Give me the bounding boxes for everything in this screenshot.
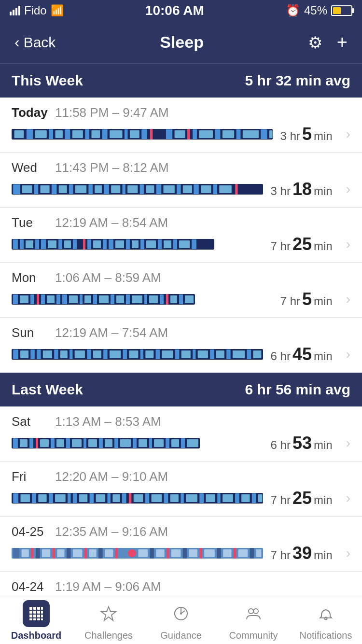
svg-rect-254: [33, 615, 36, 617]
svg-rect-12: [125, 129, 128, 139]
nav-label-dashboard: Dashboard: [11, 630, 61, 641]
svg-rect-42: [140, 184, 144, 194]
sleep-entry-wed[interactable]: Wed 11:43 PM – 8:12 AM: [0, 153, 362, 208]
status-bar: Fido 📶 10:06 AM ⏰ 45%: [0, 0, 362, 21]
svg-rect-147: [105, 439, 112, 447]
sleep-entry-today[interactable]: Today 11:58 PM – 9:47 AM: [0, 98, 362, 153]
svg-rect-91: [93, 294, 97, 304]
svg-rect-86: [56, 294, 60, 304]
svg-rect-78: [198, 240, 213, 248]
svg-rect-138: [36, 438, 38, 448]
svg-rect-96: [132, 295, 142, 303]
sleep-entry-sat[interactable]: Sat 1:13 AM – 8:53 AM: [0, 406, 362, 462]
nav-item-guidance[interactable]: Guidance: [145, 597, 217, 644]
entry-top-sun: Sun 12:19 AM – 7:54 AM: [12, 325, 350, 340]
svg-rect-193: [36, 548, 40, 559]
svg-rect-213: [204, 549, 215, 557]
challenges-icon-wrap: [95, 600, 122, 627]
svg-rect-57: [35, 239, 39, 249]
svg-rect-112: [70, 350, 72, 359]
duration-sun: 6 hr 45 min: [271, 344, 333, 364]
svg-rect-62: [73, 239, 77, 249]
svg-rect-137: [29, 438, 33, 448]
svg-rect-199: [84, 548, 87, 559]
svg-rect-55: [20, 239, 24, 249]
svg-rect-19: [193, 129, 197, 139]
svg-rect-17: [175, 130, 185, 138]
svg-rect-117: [110, 350, 121, 358]
duration-sat: 6 hr 53 min: [271, 433, 333, 453]
add-icon[interactable]: +: [337, 32, 348, 53]
svg-rect-182: [206, 494, 215, 502]
sleep-entry-mon[interactable]: Mon 1:06 AM – 8:59 AM: [0, 263, 362, 318]
nav-item-challenges[interactable]: Challenges: [72, 597, 145, 644]
day-tue: Tue: [12, 215, 55, 230]
svg-rect-93: [111, 294, 114, 304]
last-week-avg: 6 hr 56 min avg: [245, 381, 350, 398]
sleep-entry-fri[interactable]: Fri 12:20 AM – 9:10 AM: [0, 462, 362, 517]
svg-rect-200: [89, 549, 97, 557]
svg-rect-164: [55, 494, 66, 502]
svg-rect-201: [98, 548, 103, 559]
battery-icon: [331, 5, 352, 16]
svg-rect-101: [170, 295, 177, 303]
nav-item-community[interactable]: Community: [217, 597, 290, 644]
settings-icon[interactable]: ⚙: [308, 33, 322, 52]
svg-rect-77: [192, 239, 196, 249]
time-sun: 12:19 AM – 7:54 AM: [55, 325, 350, 340]
back-button[interactable]: ‹ Back: [14, 33, 56, 51]
svg-rect-70: [132, 240, 139, 248]
svg-rect-58: [41, 239, 46, 249]
svg-rect-131: [233, 350, 245, 358]
nav-item-dashboard[interactable]: Dashboard: [0, 597, 72, 644]
last-week-header: Last Week 6 hr 56 min avg: [0, 373, 362, 406]
svg-rect-171: [112, 494, 120, 502]
svg-rect-23: [237, 129, 241, 139]
svg-rect-125: [181, 350, 191, 358]
svg-rect-260: [41, 618, 43, 620]
svg-rect-170: [107, 493, 111, 503]
svg-rect-31: [40, 185, 49, 193]
sleep-entry-tue[interactable]: Tue 12:19 AM – 8:54 AM: [0, 208, 362, 263]
status-time: 10:06 AM: [145, 3, 204, 18]
entry-top-0425: 04-25 12:35 AM – 9:16 AM: [12, 524, 350, 539]
svg-rect-34: [69, 184, 73, 194]
entry-top-fri: Fri 12:20 AM – 9:10 AM: [12, 469, 350, 484]
svg-rect-108: [37, 350, 41, 359]
svg-rect-114: [87, 350, 91, 359]
svg-rect-140: [51, 438, 55, 448]
svg-rect-184: [223, 494, 233, 502]
duration-today: 3 hr 5 min: [280, 124, 333, 144]
day-0425: 04-25: [12, 524, 55, 539]
chevron-right-fri: ›: [346, 490, 350, 506]
signal-icon: [10, 6, 20, 15]
status-right: ⏰ 45%: [286, 4, 352, 17]
svg-rect-36: [88, 184, 92, 194]
svg-rect-80: [13, 294, 18, 304]
svg-rect-116: [103, 350, 107, 359]
sleep-entry-0425[interactable]: 04-25 12:35 AM – 9:16 AM: [0, 517, 362, 572]
nav-item-notifications[interactable]: Notifications: [290, 597, 362, 644]
entry-top-sat: Sat 1:13 AM – 8:53 AM: [12, 414, 350, 429]
svg-rect-251: [37, 611, 40, 614]
chevron-right-0425: ›: [346, 546, 350, 561]
svg-rect-110: [54, 350, 58, 359]
svg-rect-178: [170, 494, 179, 502]
dashboard-icon: [28, 605, 45, 622]
svg-rect-148: [114, 438, 118, 448]
page-title: Sleep: [160, 33, 204, 52]
guidance-icon-wrap: [167, 600, 195, 627]
svg-rect-155: [171, 439, 179, 447]
svg-rect-202: [105, 549, 113, 557]
svg-rect-214: [217, 548, 221, 559]
svg-rect-28: [13, 184, 20, 194]
svg-rect-124: [175, 350, 179, 359]
time-sat: 1:13 AM – 8:53 AM: [55, 414, 350, 429]
this-week-header: This Week 5 hr 32 min avg: [0, 64, 362, 98]
svg-rect-69: [126, 239, 130, 249]
sleep-entry-sun[interactable]: Sun 12:19 AM – 7:54 AM: [0, 318, 362, 373]
svg-rect-185: [235, 493, 239, 503]
svg-rect-65: [93, 240, 101, 248]
svg-rect-257: [29, 618, 32, 620]
svg-rect-247: [37, 607, 40, 610]
